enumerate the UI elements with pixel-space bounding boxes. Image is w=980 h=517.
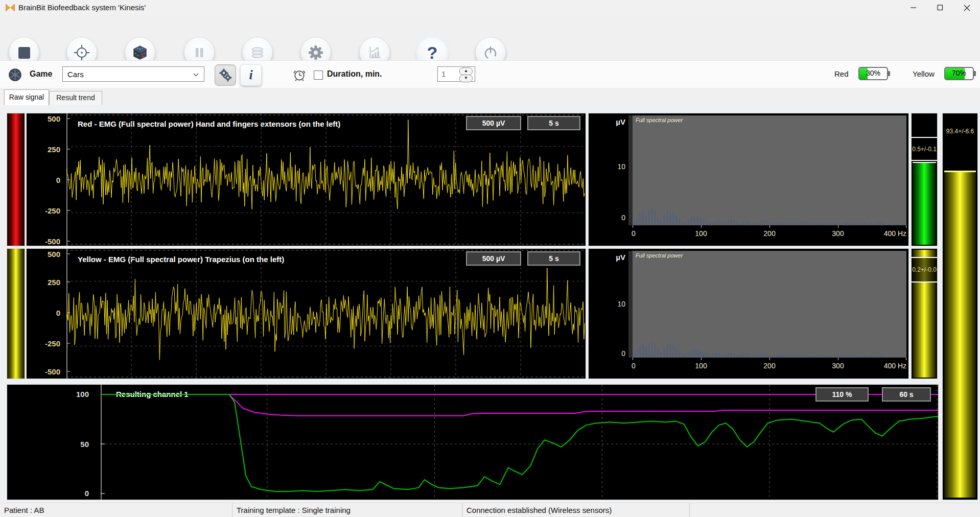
y-tick: -500 [27,237,60,246]
yellow-timebase-button[interactable]: 5 s [527,251,580,266]
spectrum-x-tick: 0 [632,362,636,370]
red-battery-nub [888,71,890,76]
yellow-spectrum-panel: µV 10 0 Full spectral power 0 100 200 30… [589,249,908,379]
help-icon: ? [427,44,438,61]
tab-result-trend[interactable]: Result trend [49,91,102,105]
spectrum-y-tick: 0 [589,214,625,222]
yellow-level-value: 0.2+/-0.0 [912,257,937,283]
resulting-meter-bar [944,171,976,498]
red-battery-indicator: 30% [858,67,888,80]
brainbit-logo-icon [5,3,15,13]
status-bar: Patient : AB Training template : Single … [0,503,980,517]
spectrum-unit-label: µV [589,118,625,126]
game-settings-bar: Game Cars i [0,60,980,89]
resulting-channel-plot [101,385,938,500]
spectrum-x-tick: 100 [695,362,707,370]
duration-value: 1 [441,69,446,78]
yellow-spectrum-bars [633,251,906,358]
status-training-template: Training template : Single training [232,503,462,517]
spectrum-x-tick: 0 [632,229,636,238]
calibration-target-icon [73,44,90,61]
resulting-meter: 93.4+/-6.6 [943,113,977,500]
yellow-scale-button[interactable]: 500 µV [466,251,521,266]
red-emg-plot [66,113,586,246]
yellow-battery-label: Yellow [913,69,935,78]
info-icon: i [249,67,252,83]
red-spectrum-panel: µV 10 0 Full spectral power 0 100 200 30… [589,113,908,246]
spectrum-x-tick: 400 Hz [884,229,906,238]
red-level-indicator: 0.5+/-0.1 [912,113,937,246]
maximize-icon [937,5,943,11]
charts-area: 500 250 0 -250 -500 Red - EMG (Full spec… [0,105,980,503]
minimize-icon [911,5,917,11]
spectrum-y-tick: 0 [589,349,625,358]
red-timebase-button[interactable]: 5 s [527,116,580,130]
main-toolbar: ? [0,15,980,60]
settings-gear-icon [307,43,325,62]
yellow-battery-nub [974,71,976,76]
spectrum-axis-strip [628,251,633,358]
game-3d-dice-icon [131,44,149,61]
game-label: Game [30,69,52,79]
statistics-icon [366,44,383,61]
resulting-channel-chart: 100 50 0 Resulting channel 1 110 % 60 s [7,385,938,500]
records-stack-icon [249,44,266,61]
spectrum-x-tick: 200 [763,362,775,370]
trend-scale-button[interactable]: 110 % [815,387,869,402]
red-scale-button[interactable]: 500 µV [466,116,521,130]
y-tick: 500 [27,114,60,123]
y-tick: 0 [27,176,60,184]
game-info-button[interactable]: i [240,64,262,86]
red-level-bar [913,162,936,245]
window-title: BrainBit Biofeedback system 'Kinesis' [18,3,146,12]
spinner-up-button[interactable]: ▲ [459,67,473,75]
y-tick: 0 [27,309,60,317]
gears-icon [218,68,232,82]
duration-label: Duration, min. [327,69,382,79]
yellow-level-indicator: 0.2+/-0.0 [912,249,937,379]
red-emg-chart: 500 250 0 -250 -500 Red - EMG (Full spec… [27,113,586,246]
minimize-button[interactable] [900,0,927,15]
close-button[interactable] [953,0,980,15]
tab-raw-signal[interactable]: Raw signal [4,89,49,105]
y-tick: 250 [27,278,60,287]
status-connection: Connection established (Wireless sensors… [462,503,690,517]
duration-checkbox[interactable] [314,70,323,80]
spectrum-x-tick: 400 Hz [884,362,906,370]
stop-icon [18,47,30,59]
yellow-emg-chart: 500 250 0 -250 -500 Yellow - EMG (Full s… [27,249,586,379]
trend-y-tick: 100 [7,390,89,398]
red-battery-label: Red [834,69,849,78]
spinner-down-button[interactable]: ▼ [459,75,473,82]
spectrum-x-tick: 100 [695,229,707,238]
duration-spinner[interactable]: 1 ▲ ▼ [437,66,475,82]
game-settings-button[interactable] [215,64,236,86]
spectrum-x-tick: 200 [763,229,775,238]
yellow-spectrum-plot-area: Full spectral power [633,251,906,358]
spectrum-y-tick: 10 [589,300,625,308]
chevron-down-icon [193,73,199,77]
red-channel-side-bar [7,113,25,246]
y-tick: -500 [27,367,60,376]
trend-y-tick: 50 [7,440,89,449]
y-tick: -250 [27,339,60,348]
y-tick: 250 [27,145,60,154]
resulting-meter-value: 93.4+/-6.6 [943,128,977,135]
trend-y-tick: 0 [7,489,89,498]
y-tick: 500 [27,250,60,258]
spectrum-y-tick: 10 [589,162,625,171]
app-window: BrainBit Biofeedback system 'Kinesis' [0,0,980,517]
spectrum-x-tick: 300 [832,229,844,238]
alarm-clock-icon [292,67,307,82]
red-battery-percent: 30% [859,69,887,77]
game-select[interactable]: Cars [62,66,204,82]
maximize-button[interactable] [927,0,953,15]
tab-strip: Raw signal Result trend [0,88,980,105]
power-icon [482,44,499,61]
status-empty [690,503,980,517]
red-spectrum-bars [633,115,906,225]
title-bar: BrainBit Biofeedback system 'Kinesis' [0,0,980,15]
trend-timebase-button[interactable]: 60 s [882,387,931,402]
yellow-emg-plot [66,249,586,379]
red-level-value: 0.5+/-0.1 [912,137,937,161]
